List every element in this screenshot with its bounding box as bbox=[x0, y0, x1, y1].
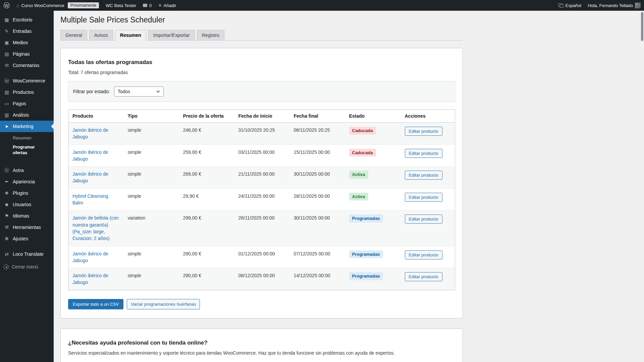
edit-product-button[interactable]: Editar producto bbox=[405, 250, 442, 259]
clear-orphans-button[interactable]: Vaciar programaciones huérfanas bbox=[127, 299, 200, 309]
status-badge: Programadas bbox=[349, 272, 383, 280]
filter-label: Filtrar por estado: bbox=[73, 89, 110, 94]
sidebar-item-label: Astra bbox=[13, 167, 24, 173]
sidebar-item-comentarios[interactable]: ✉Comentarios bbox=[0, 60, 54, 71]
site-menu[interactable]: ⌂ Curso WooCommerce Próximamente bbox=[13, 0, 102, 11]
price-cell: 29,90 € bbox=[179, 188, 234, 210]
product-link[interactable]: Hybrid Cleansing Balm bbox=[72, 193, 108, 205]
tab-importar-exportar[interactable]: Importar/Exportar bbox=[148, 30, 195, 41]
price-cell: 269,00 € bbox=[179, 167, 234, 189]
sidebar-item-medios[interactable]: ▣Medios bbox=[0, 37, 54, 48]
offers-table: ProductoTipoPrecio de la ofertaFecha de … bbox=[68, 109, 455, 290]
usuarios-icon: ☻ bbox=[4, 202, 10, 207]
sidebar-item-ajustes[interactable]: ☸Ajustes bbox=[0, 233, 54, 244]
scrollbar[interactable] bbox=[641, 12, 643, 41]
account-menu[interactable]: Hola, Fernando Tellado bbox=[585, 0, 644, 11]
sidebar-menu: ▦Escritorio✎Entradas▣Medios▤Páginas✉Come… bbox=[0, 14, 54, 273]
product-cell: Jamón ibérico de Jabugo bbox=[68, 268, 124, 290]
type-cell: simple bbox=[124, 144, 179, 167]
sidebar-item-label: Pagos bbox=[13, 101, 26, 107]
sidebar-subitem-programar-ofertas[interactable]: Programar ofertas bbox=[0, 142, 54, 157]
start-date-cell: 03/11/2025 00:00 bbox=[234, 144, 290, 167]
wc-beta-tester-menu[interactable]: WC Beta Tester bbox=[102, 0, 140, 11]
actions-cell: Editar producto bbox=[401, 144, 455, 167]
sidebar-item-productos[interactable]: ▧Productos bbox=[0, 86, 54, 98]
product-link[interactable]: Jamón ibérico de Jabugo bbox=[72, 171, 108, 183]
product-link[interactable]: Jamón de bellota (con nuestra garantía) … bbox=[72, 215, 119, 241]
herramientas-icon: ⚒ bbox=[4, 225, 10, 230]
end-date-cell: 30/11/2025 00:00 bbox=[290, 210, 345, 246]
type-cell: simple bbox=[124, 268, 179, 290]
sidebar-item-label: Comentarios bbox=[13, 62, 39, 68]
sidebar-item-entradas[interactable]: ✎Entradas bbox=[0, 25, 54, 37]
type-cell: simple bbox=[124, 246, 179, 268]
sidebar-item-escritorio[interactable]: ▦Escritorio bbox=[0, 14, 54, 25]
product-link[interactable]: Jamón ibérico de Jabugo bbox=[72, 273, 108, 285]
admin-bar-right: Español Hola, Fernando Tellado bbox=[555, 0, 644, 11]
sidebar-item-paginas[interactable]: ▤Páginas bbox=[0, 48, 54, 60]
product-link[interactable]: Jamón ibérico de Jabugo bbox=[72, 251, 108, 263]
type-cell: simple bbox=[124, 188, 179, 210]
tab-registro[interactable]: Registro bbox=[197, 30, 224, 41]
edit-product-button[interactable]: Editar producto bbox=[405, 193, 442, 202]
tab-general[interactable]: General bbox=[60, 30, 87, 41]
table-row: Jamón de bellota (con nuestra garantía) … bbox=[68, 210, 455, 246]
sidebar-item-plugins[interactable]: ❖Plugins bbox=[0, 187, 54, 199]
product-cell: Jamón ibérico de Jabugo bbox=[68, 246, 124, 268]
actions-cell: Editar producto bbox=[401, 188, 455, 210]
pagos-icon: ▭ bbox=[4, 101, 10, 106]
product-cell: Jamón ibérico de Jabugo bbox=[68, 144, 124, 167]
sidebar-item-analisis[interactable]: ▥Análisis bbox=[0, 109, 54, 121]
product-cell: Hybrid Cleansing Balm bbox=[68, 188, 124, 210]
edit-product-button[interactable]: Editar producto bbox=[405, 149, 442, 158]
product-link[interactable]: Jamón ibérico de Jabugo bbox=[72, 149, 108, 162]
new-content-menu[interactable]: + Añadir bbox=[155, 0, 179, 11]
sidebar-item-loco-translate[interactable]: ⇄Loco Translate bbox=[0, 248, 54, 260]
header-row: ProductoTipoPrecio de la ofertaFecha de … bbox=[68, 110, 455, 123]
sidebar-item-woocommerce[interactable]: ⓌWooCommerce bbox=[0, 75, 54, 86]
sidebar-item-cerrar-menu[interactable]: ◀Cerrar menú bbox=[0, 261, 54, 273]
coming-soon-badge: Próximamente bbox=[68, 2, 99, 8]
sidebar-item-apariencia[interactable]: ✒Apariencia bbox=[0, 176, 54, 187]
sidebar-item-pagos[interactable]: ▭Pagos bbox=[0, 98, 54, 109]
table-row: Jamón ibérico de Jabugosimple280,00 €01/… bbox=[68, 246, 455, 268]
sidebar-item-marketing[interactable]: ➤Marketing bbox=[0, 121, 54, 132]
sidebar-item-idiomas[interactable]: ⚑Idiomas bbox=[0, 210, 54, 222]
column-header: Precio de la oferta bbox=[179, 110, 234, 123]
edit-product-button[interactable]: Editar producto bbox=[405, 171, 442, 180]
edit-product-button[interactable]: Editar producto bbox=[405, 127, 442, 136]
language-switcher[interactable]: Español bbox=[555, 0, 585, 11]
sidebar-item-label: Páginas bbox=[13, 51, 30, 57]
ajustes-icon: ☸ bbox=[4, 236, 10, 241]
product-cell: Jamón de bellota (con nuestra garantía) … bbox=[68, 210, 124, 246]
tab-resumen[interactable]: Resumen bbox=[115, 30, 146, 41]
sidebar-item-label: Escritorio bbox=[13, 17, 32, 23]
edit-product-button[interactable]: Editar producto bbox=[405, 272, 442, 281]
end-date-cell: 06/11/2025 20:25 bbox=[290, 123, 345, 145]
sidebar-item-label: WooCommerce bbox=[13, 78, 45, 84]
tab-avisos[interactable]: Avisos bbox=[89, 30, 113, 41]
table-row: Jamón ibérico de Jabugosimple259,00 €03/… bbox=[68, 144, 455, 167]
status-filter-select[interactable]: Todos bbox=[114, 86, 164, 97]
column-header: Acciones bbox=[401, 110, 455, 123]
sidebar-subitem-resumen[interactable]: Resumen bbox=[0, 133, 54, 142]
product-link[interactable]: Jamón ibérico de Jabugo bbox=[72, 127, 108, 139]
sidebar-item-label: Ajustes bbox=[13, 236, 28, 242]
export-csv-button[interactable]: Exportar todo a un CSV bbox=[68, 299, 123, 309]
edit-product-button[interactable]: Editar producto bbox=[405, 215, 442, 224]
sidebar-item-astra[interactable]: ⒶAstra bbox=[0, 165, 54, 176]
wordpress-menu[interactable]: Ⓦ bbox=[0, 0, 13, 11]
marketing-icon: ➤ bbox=[4, 124, 10, 129]
comments-menu[interactable]: 0 bbox=[140, 0, 155, 11]
start-date-cell: 24/11/2025 00:00 bbox=[234, 188, 290, 210]
status-cell: Caducada bbox=[345, 123, 401, 145]
status-badge: Programadas bbox=[349, 215, 383, 223]
sidebar-item-usuarios[interactable]: ☻Usuarios bbox=[0, 199, 54, 210]
column-header: Fecha de inicio bbox=[234, 110, 290, 123]
column-header: Estado bbox=[345, 110, 401, 123]
sidebar-submenu: ResumenProgramar ofertas bbox=[0, 132, 54, 161]
price-cell: 290,00 € bbox=[179, 268, 234, 290]
sidebar-item-herramientas[interactable]: ⚒Herramientas bbox=[0, 222, 54, 233]
offers-table-head: ProductoTipoPrecio de la ofertaFecha de … bbox=[68, 110, 455, 123]
start-date-cell: 31/10/2025 20:25 bbox=[234, 123, 290, 145]
